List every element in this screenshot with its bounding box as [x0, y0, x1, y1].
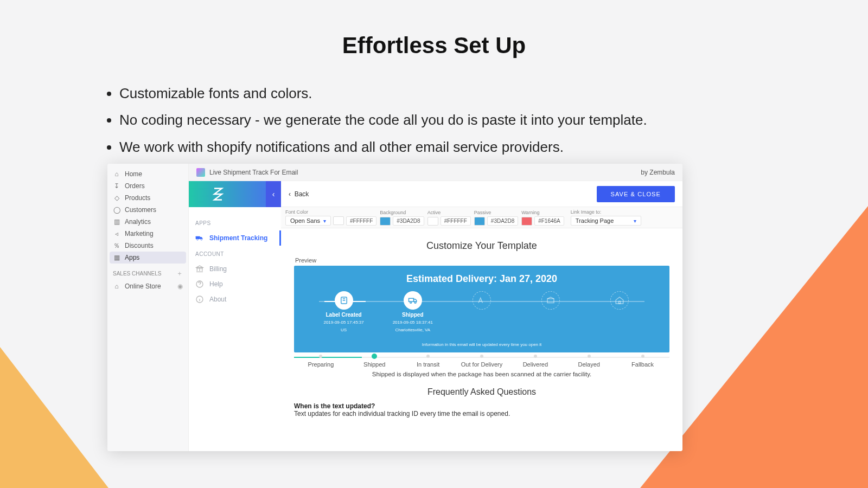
svg-point-7: [410, 301, 412, 303]
sidebar-item-customers[interactable]: ◯Customers: [107, 204, 188, 216]
step-label-created: Label Created 2019-09-05 17:45:37 US: [309, 291, 378, 332]
sidebar-label: Home: [125, 170, 142, 178]
help-icon: [195, 280, 204, 288]
passive-label: Passive: [474, 210, 518, 215]
nav-group-account: ACCOUNT: [195, 251, 275, 257]
step-out-for-delivery: [516, 291, 585, 310]
tab-delivered[interactable]: Delivered: [508, 361, 562, 368]
percent-icon: ％: [113, 242, 120, 249]
link-image-label: Link Image to:: [571, 209, 641, 215]
sidebar-item-apps[interactable]: ▦Apps: [110, 252, 186, 264]
svg-rect-10: [619, 301, 621, 304]
app-screenshot: ⌂Home ↧Orders ◇Products ◯Customers ▥Anal…: [107, 164, 682, 451]
background-swatch[interactable]: [380, 217, 391, 226]
font-color-swatch[interactable]: [333, 216, 344, 225]
sidebar-label: Online Store: [125, 282, 173, 290]
step-in-transit: [447, 291, 516, 310]
passive-swatch[interactable]: [474, 217, 485, 226]
user-icon: ◯: [113, 206, 120, 214]
faq-answer: Text updates for each individual trackin…: [294, 410, 669, 418]
megaphone-icon: ◃: [113, 230, 120, 237]
style-toolbar: Font Color Open Sans▾ #FFFFFF Background…: [281, 207, 682, 228]
save-and-close-button[interactable]: SAVE & CLOSE: [597, 186, 675, 202]
bg-triangle-left: [0, 347, 108, 488]
tab-description: Shipped is displayed when the package ha…: [294, 371, 669, 377]
sidebar-item-home[interactable]: ⌂Home: [107, 168, 188, 180]
app-author: by Zembula: [641, 169, 675, 176]
apps-icon: ▦: [113, 254, 120, 261]
warning-hex[interactable]: #F1646A: [534, 216, 564, 226]
caret-down-icon: ▾: [323, 218, 326, 224]
nav-item-shipment-tracking[interactable]: Shipment Tracking: [195, 230, 281, 246]
sidebar-item-online-store[interactable]: ⌂ Online Store ◉: [107, 280, 188, 292]
sidebar-item-marketing[interactable]: ◃Marketing: [107, 228, 188, 240]
faq-heading: Frequently Asked Questions: [294, 387, 669, 397]
nav-label: Shipment Tracking: [209, 234, 267, 242]
warning-label: Warning: [521, 210, 564, 215]
tab-delayed[interactable]: Delayed: [562, 361, 616, 368]
tab-preparing[interactable]: Preparing: [294, 361, 348, 368]
link-image-select[interactable]: Tracking Page▾: [571, 216, 641, 226]
tab-out-for-delivery[interactable]: Out for Delivery: [455, 361, 509, 368]
transit-icon: [473, 291, 491, 310]
estimated-delivery-text: Estimated Delivery: Jan 27, 2020: [306, 273, 658, 285]
svg-rect-9: [547, 299, 554, 303]
nav-label: Billing: [209, 265, 227, 273]
step-delivered: [585, 291, 654, 310]
svg-rect-6: [409, 298, 413, 301]
app-logo-icon: [196, 168, 205, 177]
font-color-label: Font Color: [285, 209, 376, 215]
label-icon: [335, 291, 353, 310]
background-label: Background: [380, 210, 424, 215]
font-color-hex[interactable]: #FFFFFF: [346, 216, 376, 226]
sidebar-item-discounts[interactable]: ％Discounts: [107, 240, 188, 252]
sidebar-label: Apps: [125, 254, 139, 261]
nav-label: Help: [209, 280, 223, 288]
active-swatch[interactable]: [427, 217, 438, 226]
preview-label: Preview: [295, 257, 669, 264]
bank-icon: [195, 265, 204, 273]
warning-swatch[interactable]: [521, 217, 532, 226]
sidebar-label: Customers: [125, 206, 156, 214]
sidebar-label: Products: [125, 194, 150, 202]
tag-icon: ◇: [113, 194, 120, 202]
nav-item-about[interactable]: About: [195, 292, 275, 307]
sidebar-label: Orders: [125, 182, 145, 190]
hero-bullet: We work with shopify notifications and a…: [119, 134, 765, 160]
shopify-sidebar: ⌂Home ↧Orders ◇Products ◯Customers ▥Anal…: [107, 164, 189, 451]
delivery-icon: [541, 291, 560, 310]
svg-point-1: [197, 239, 199, 240]
sidebar-item-orders[interactable]: ↧Orders: [107, 180, 188, 192]
tab-progress-bar: [294, 357, 362, 358]
svg-point-8: [414, 301, 416, 303]
eye-icon[interactable]: ◉: [177, 282, 183, 290]
active-hex[interactable]: #FFFFFF: [441, 216, 471, 226]
zembula-logo-icon: [210, 187, 226, 202]
caret-down-icon: ▾: [634, 218, 636, 224]
home-icon: [610, 291, 629, 310]
hero-title: Effortless Set Up: [103, 33, 765, 59]
preview-banner: Estimated Delivery: Jan 27, 2020 Label C…: [294, 266, 669, 352]
tab-in-transit[interactable]: In transit: [401, 361, 455, 368]
active-label: Active: [427, 210, 471, 215]
svg-point-2: [201, 239, 202, 240]
nav-item-billing[interactable]: Billing: [195, 261, 275, 277]
background-hex[interactable]: #3DA2D8: [393, 216, 424, 226]
add-channel-icon[interactable]: ＋: [176, 269, 183, 278]
font-select[interactable]: Open Sans▾: [285, 216, 331, 226]
back-button[interactable]: ‹ Back: [289, 190, 309, 198]
nav-item-help[interactable]: Help: [195, 277, 275, 292]
tab-fallback[interactable]: Fallback: [616, 361, 669, 368]
sidebar-item-products[interactable]: ◇Products: [107, 192, 188, 204]
sidebar-label: Marketing: [125, 230, 154, 237]
tab-shipped[interactable]: Shipped: [348, 361, 401, 368]
home-icon: ⌂: [113, 170, 120, 178]
app-titlebar: Live Shipment Track For Email by Zembula: [189, 164, 682, 181]
sales-channels-heading: SALES CHANNELS ＋: [107, 264, 188, 280]
truck-icon: [195, 234, 204, 242]
banner-note: Information in this email will be update…: [306, 342, 658, 347]
app-title: Live Shipment Track For Email: [209, 169, 298, 176]
sidebar-item-analytics[interactable]: ▥Analytics: [107, 216, 188, 228]
collapse-nav-icon[interactable]: ‹: [266, 181, 281, 207]
passive-hex[interactable]: #3DA2D8: [487, 216, 518, 226]
